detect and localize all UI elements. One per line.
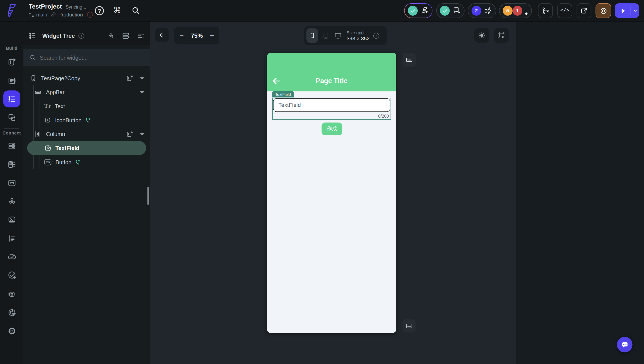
widget-search-bar[interactable] (24, 49, 150, 66)
nav-image-assets[interactable] (3, 211, 20, 228)
collapse-panel-button[interactable] (155, 28, 169, 42)
command-menu-button[interactable]: ⌘ (113, 5, 121, 15)
nav-api-calls[interactable] (3, 230, 20, 247)
nav-pages[interactable] (3, 72, 20, 89)
tree-label: Text (55, 103, 65, 109)
selected-widget-badge: TextField (272, 91, 294, 97)
tree-label: IconButton (55, 117, 82, 123)
run-lightning-icon[interactable] (620, 7, 626, 14)
device-size-control: Size (px) 393 × 852 i (304, 26, 387, 45)
collapse-caret-icon[interactable] (140, 133, 144, 135)
tree-row-textfield-selected[interactable]: TextField (27, 141, 146, 155)
bottom-panel-button[interactable] (402, 319, 416, 332)
size-label: Size (px) (347, 30, 370, 35)
nav-media-assets[interactable] (3, 174, 20, 191)
code-view-button[interactable]: </> (558, 3, 572, 18)
nav-components[interactable] (3, 109, 20, 126)
left-nav: Build Connect (0, 22, 24, 364)
column-widget-icon (34, 131, 41, 137)
tree-row-appbar[interactable]: AppBar (24, 85, 150, 99)
tree-panel-scrollbar[interactable] (148, 187, 149, 205)
tree-row-iconbutton[interactable]: IconButton (24, 113, 150, 127)
preview-textfield-input[interactable]: TextField (273, 98, 390, 112)
project-title-row: TestProject Syncing... (29, 3, 86, 10)
button-widget-icon: BTN (44, 159, 51, 165)
open-external-button[interactable] (577, 3, 592, 18)
collapse-caret-icon[interactable] (140, 91, 144, 93)
deploy-status-pill[interactable] (404, 3, 432, 18)
branch-icon (29, 12, 34, 17)
device-desktop-button[interactable] (334, 32, 342, 39)
size-value: 393 × 852 (347, 36, 370, 41)
sort-tree-icon[interactable] (137, 32, 145, 40)
nav-theme[interactable] (3, 304, 20, 321)
flutterflow-wand-icon (420, 7, 428, 15)
add-child-widget-icon[interactable] (126, 74, 134, 82)
light-dark-toggle-button[interactable] (474, 28, 489, 43)
preview-eye-button[interactable] (596, 3, 611, 18)
run-split-button[interactable] (615, 3, 639, 18)
branch-manager-button[interactable] (538, 3, 553, 18)
search-button[interactable] (132, 6, 140, 15)
tree-row-testpage2copy[interactable]: TestPage2Copy (24, 71, 150, 85)
lock-icon[interactable] (107, 32, 114, 40)
issues-pill[interactable]: 5 1 (499, 3, 532, 18)
nav-ai-agent[interactable] (3, 285, 20, 302)
inspector-panel: TextField Maski None (516, 22, 644, 364)
preview-textfield-text: TextField (278, 102, 301, 108)
size-info-icon[interactable]: i (374, 33, 379, 38)
branch-name[interactable]: main (36, 12, 47, 18)
help-button[interactable]: ? (95, 6, 104, 15)
nav-tests[interactable] (3, 267, 20, 284)
tree-row-text[interactable]: TT Text (24, 99, 150, 113)
warning-count-badge: 5 (503, 6, 512, 16)
add-child-widget-icon[interactable] (126, 130, 134, 138)
preview-create-button[interactable]: 作成 (322, 123, 342, 135)
nav-section-connect: Connect (0, 130, 24, 135)
tree-row-button[interactable]: BTN Button (24, 155, 150, 169)
create-button-label: 作成 (327, 125, 337, 132)
nav-divider (4, 128, 19, 129)
widget-tree-header-row: Widget Tree i (28, 31, 145, 41)
device-phone-button[interactable] (306, 28, 318, 43)
nav-data-types[interactable] (3, 156, 20, 173)
comments-status-pill[interactable] (436, 3, 464, 18)
nav-add-widget[interactable] (3, 54, 20, 70)
nav-cloud-functions[interactable] (3, 248, 20, 265)
canvas-area: − 75% + Size (px) 393 × 852 i Page Title (150, 22, 516, 364)
nav-settings[interactable] (3, 322, 20, 339)
support-chat-button[interactable] (617, 337, 632, 352)
flutterflow-logo-icon[interactable] (4, 3, 19, 19)
error-count-badge: 1 (512, 6, 522, 16)
collapse-caret-icon[interactable] (140, 77, 144, 79)
device-preview-frame[interactable]: Page Title TextField TextField 0/200 作成 (267, 53, 396, 333)
zoom-out-button[interactable]: − (180, 31, 184, 40)
tree-row-column[interactable]: Column (24, 127, 150, 141)
canvas-settings-button[interactable] (494, 28, 509, 43)
zoom-in-button[interactable]: + (210, 31, 214, 40)
widget-tree-info-icon[interactable]: i (78, 33, 84, 39)
nav-widget-tree[interactable] (3, 90, 20, 107)
nav-database[interactable] (3, 137, 20, 154)
split-divider (630, 6, 630, 15)
preview-appbar[interactable]: Page Title (267, 53, 396, 91)
search-icon (30, 54, 36, 61)
device-tablet-button[interactable] (322, 32, 329, 39)
dot-icon (525, 12, 528, 15)
branch-env-row: main Production ! (29, 12, 93, 18)
nav-integrations[interactable] (3, 193, 20, 210)
run-options-chevron-icon[interactable] (633, 8, 638, 13)
tree-label: Button (56, 159, 72, 165)
show-keyboard-button[interactable] (402, 53, 416, 67)
phone-icon (30, 75, 36, 81)
lightning-list-icon (484, 7, 492, 15)
environment-warning-icon[interactable]: ! (87, 12, 93, 18)
panels-icon[interactable] (122, 32, 130, 40)
top-bar: TestProject Syncing... main Production !… (0, 0, 644, 22)
action-trigger-icon (85, 116, 92, 123)
chat-icon (453, 7, 461, 15)
widget-tree-panel: Widget Tree i TestPage2Copy AppBar (24, 22, 150, 364)
activity-pill[interactable]: 2 (468, 3, 496, 18)
environment-name[interactable]: Production (58, 12, 83, 18)
widget-search-input[interactable] (40, 54, 138, 61)
